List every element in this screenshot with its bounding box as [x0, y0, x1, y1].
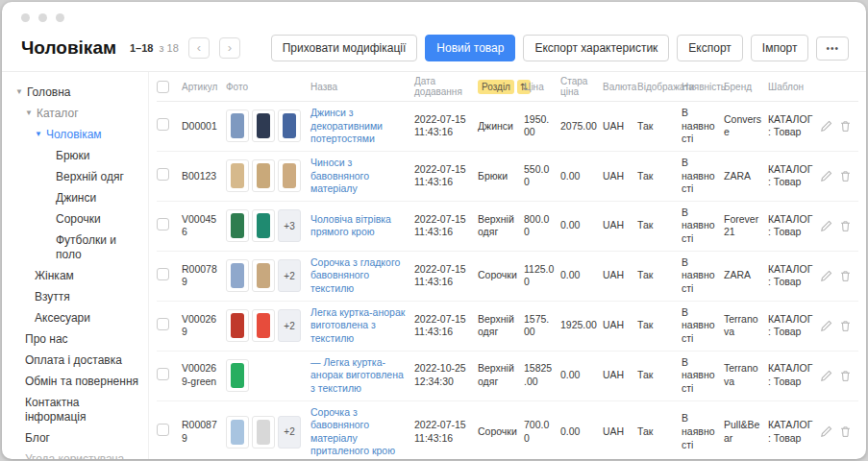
window-dot[interactable]	[21, 13, 30, 22]
delete-icon[interactable]	[839, 425, 852, 438]
export-button[interactable]: Експорт	[677, 35, 742, 61]
name-cell: Джинси з декоративними потертостями	[310, 102, 414, 151]
edit-icon[interactable]	[820, 270, 832, 282]
row-checkbox[interactable]	[157, 118, 169, 131]
name-cell: Легка куртка-анорак виготовлена з тексти…	[310, 302, 414, 351]
sidebar-item[interactable]: Обмін та повернення	[15, 371, 142, 392]
sidebar-item[interactable]: ▼Чоловікам	[15, 124, 142, 145]
delete-icon[interactable]	[839, 120, 852, 133]
import-button[interactable]: Імпорт	[751, 35, 809, 61]
row-checkbox[interactable]	[157, 318, 169, 330]
more-photos-badge[interactable]: +2	[278, 416, 301, 449]
delete-icon[interactable]	[839, 270, 852, 282]
section-cell: Сорочки	[478, 421, 524, 444]
product-photo[interactable]	[252, 309, 275, 342]
price-cell: 700.00	[524, 414, 560, 449]
product-name-link[interactable]: Сорочка з гладкого бавовняного текстилю	[310, 256, 400, 294]
row-actions	[820, 365, 853, 387]
more-photos-badge[interactable]: +2	[278, 259, 301, 292]
sidebar-item[interactable]: ▼Головна	[15, 82, 142, 103]
product-photo[interactable]	[252, 159, 275, 192]
delete-icon[interactable]	[839, 170, 852, 182]
currency-cell: UAH	[603, 115, 637, 138]
window-dot[interactable]	[56, 13, 64, 22]
product-photo[interactable]	[226, 259, 249, 292]
sidebar-item[interactable]: Про нас	[15, 328, 142, 350]
template-cell: КАТАЛОГ: Товар	[768, 158, 820, 194]
old-price-cell: 1925.00	[560, 314, 603, 337]
delete-icon[interactable]	[839, 320, 852, 332]
sidebar-item[interactable]: Футболки и поло	[15, 230, 142, 265]
brand-cell: Terranova	[724, 357, 768, 393]
column-header: Шаблон	[768, 78, 820, 96]
edit-icon[interactable]	[820, 120, 832, 133]
row-checkbox[interactable]	[157, 168, 169, 181]
sidebar-item[interactable]: Жінкам	[15, 265, 142, 286]
sidebar-item[interactable]: Оплата і доставка	[15, 350, 142, 371]
column-header[interactable]: Розділ⇅	[478, 76, 524, 98]
sidebar-item[interactable]: Угода користувача	[15, 449, 142, 459]
new-product-button[interactable]: Новий товар	[425, 35, 515, 61]
product-photo[interactable]	[226, 209, 249, 242]
sidebar-item[interactable]: Аксесуари	[15, 307, 142, 328]
date-cell: 2022-10-2512:34:30	[414, 357, 478, 393]
column-header: Стара ціна	[560, 72, 603, 101]
sidebar-item[interactable]: ▼Каталог	[15, 103, 142, 124]
product-photo[interactable]	[252, 416, 275, 449]
sidebar-item[interactable]: Взуття	[15, 286, 142, 307]
product-name-link[interactable]: Джинси з декоративними потертостями	[310, 107, 383, 144]
more-actions-button[interactable]: •••	[816, 36, 849, 61]
product-name-link[interactable]: Сорочка з бавовняного матеріалу притален…	[310, 406, 395, 457]
product-photo[interactable]	[226, 309, 249, 342]
row-checkbox[interactable]	[157, 218, 169, 230]
sidebar-item[interactable]: Сорочки	[15, 208, 142, 230]
product-name-link[interactable]: — Легка куртка-анорак виготовлена з текс…	[310, 356, 404, 394]
product-name-link[interactable]: Чиноси з бавовняного матеріалу	[310, 157, 369, 194]
select-all-checkbox[interactable]	[157, 81, 169, 93]
currency-cell: UAH	[603, 264, 637, 287]
row-checkbox[interactable]	[157, 268, 169, 280]
sidebar-item[interactable]: Контактна інформація	[15, 392, 142, 427]
product-photo[interactable]	[252, 109, 275, 142]
column-header: Валюта	[603, 78, 637, 96]
hide-modifications-button[interactable]: Приховати модифікації	[271, 35, 418, 61]
photo-cell	[226, 155, 310, 197]
sidebar-item[interactable]: Блог	[15, 427, 142, 449]
edit-icon[interactable]	[820, 370, 832, 382]
product-photo[interactable]	[226, 109, 249, 142]
product-photo[interactable]	[226, 416, 249, 449]
export-characteristics-button[interactable]: Експорт характеристик	[523, 35, 669, 61]
more-photos-badge[interactable]: +3	[278, 209, 301, 242]
edit-icon[interactable]	[820, 425, 832, 438]
delete-icon[interactable]	[839, 220, 852, 232]
chevron-down-icon: ▼	[35, 130, 42, 139]
availability-cell: В наявності	[682, 252, 724, 301]
column-header: Відображати	[637, 78, 682, 96]
table-row: V000269 +2 Легка куртка-анорак виготовле…	[157, 302, 858, 352]
sidebar-item[interactable]: Верхній одяг	[15, 166, 142, 187]
name-cell: Сорочка з бавовняного матеріалу притален…	[310, 401, 414, 459]
row-checkbox[interactable]	[157, 424, 169, 436]
row-actions	[820, 421, 853, 443]
prev-page-button[interactable]: ‹	[188, 37, 210, 59]
window-dot[interactable]	[38, 13, 47, 22]
product-photo[interactable]	[252, 259, 275, 292]
product-name-link[interactable]: Легка куртка-анорак виготовлена з тексти…	[310, 306, 405, 344]
sidebar-item[interactable]: Брюки	[15, 145, 142, 166]
product-photo[interactable]	[278, 109, 301, 142]
product-name-link[interactable]: Чоловіча вітрівка прямого крою	[310, 213, 391, 238]
product-photo[interactable]	[252, 209, 275, 242]
next-page-button[interactable]: ›	[219, 37, 240, 59]
edit-icon[interactable]	[820, 170, 832, 182]
product-photo[interactable]	[226, 159, 249, 192]
row-checkbox[interactable]	[157, 368, 169, 380]
product-photo[interactable]	[226, 359, 249, 392]
edit-icon[interactable]	[820, 220, 832, 232]
old-price-cell: 0.00	[560, 165, 603, 188]
more-photos-badge[interactable]: +2	[278, 309, 301, 342]
sidebar-item-label: Джинси	[56, 191, 96, 206]
product-photo[interactable]	[278, 159, 301, 192]
sidebar-item[interactable]: Джинси	[15, 187, 142, 208]
edit-icon[interactable]	[820, 320, 832, 332]
delete-icon[interactable]	[839, 370, 852, 382]
